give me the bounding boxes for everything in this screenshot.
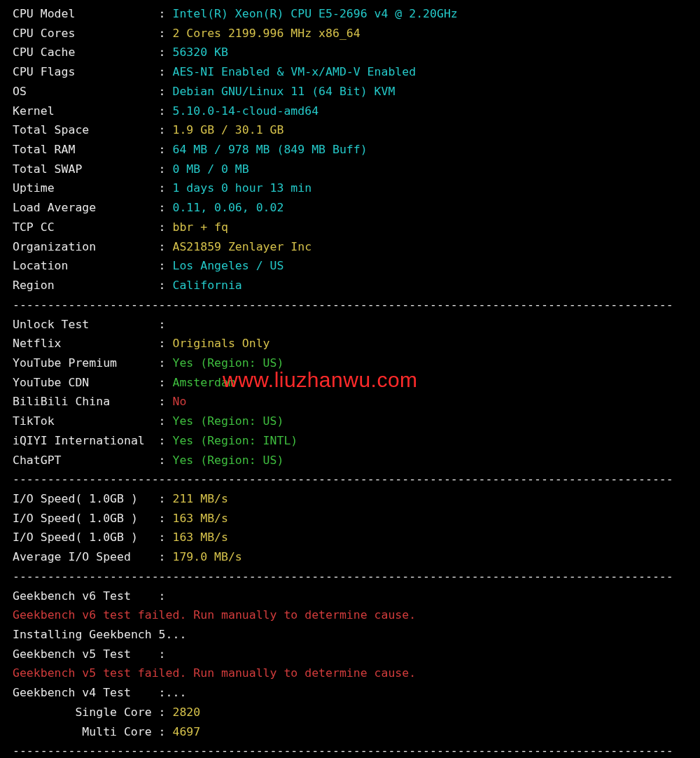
unlock-value: Yes (Region: US) [172, 356, 284, 370]
unlock-label: YouTube CDN [13, 373, 159, 393]
separator: : [159, 198, 173, 218]
sysinfo-value: AES-NI Enabled & VM-x/AMD-V Enabled [172, 65, 416, 78]
iospeed-value: 211 MB/s [172, 492, 227, 505]
iospeed-value: 163 MB/s [172, 531, 227, 544]
sysinfo-value: 0.11, 0.06, 0.02 [172, 201, 284, 214]
separator: : [159, 256, 173, 276]
separator: : [159, 451, 173, 470]
sysinfo-label: Uptime [13, 178, 159, 198]
iospeed-label: I/O Speed( 1.0GB ) [13, 509, 159, 528]
separator: : [159, 178, 173, 198]
geekbench-label: Single Core [13, 703, 159, 722]
iospeed-label: I/O Speed( 1.0GB ) [13, 489, 159, 509]
geekbench-row: Installing Geekbench 5... [13, 625, 700, 645]
unlock-row: BiliBili China: No [13, 392, 700, 412]
iospeed-row: I/O Speed( 1.0GB ): 163 MB/s [13, 528, 700, 547]
sysinfo-row: Kernel: 5.10.0-14-cloud-amd64 [13, 101, 700, 121]
unlock-value: Yes (Region: US) [172, 414, 284, 428]
geekbench-row: Geekbench v4 Test:... [13, 683, 700, 703]
separator: : [159, 509, 173, 528]
unlock-row: YouTube Premium: Yes (Region: US) [13, 353, 700, 373]
divider: ----------------------------------------… [13, 567, 700, 587]
geekbench-message: Installing Geekbench 5... [13, 628, 186, 641]
unlock-row: ChatGPT: Yes (Region: US) [13, 451, 700, 470]
unlock-test-label: Unlock Test [13, 315, 159, 335]
separator: : [159, 547, 173, 567]
sysinfo-value: Los Angeles / US [172, 259, 284, 272]
sysinfo-row: CPU Flags: AES-NI Enabled & VM-x/AMD-V E… [13, 62, 700, 82]
iospeed-label: I/O Speed( 1.0GB ) [13, 528, 159, 547]
separator: : [159, 4, 173, 24]
sysinfo-row: Total Space: 1.9 GB / 30.1 GB [13, 120, 700, 140]
geekbench-label: Geekbench v5 Test [13, 645, 159, 664]
iospeed-label: Average I/O Speed [13, 547, 159, 567]
separator: : [159, 101, 173, 121]
separator: : [159, 587, 173, 606]
sysinfo-label: Total SWAP [13, 160, 159, 179]
sysinfo-value: bbr + fq [172, 220, 227, 234]
geekbench-row: Geekbench v6 test failed. Run manually t… [13, 605, 700, 625]
sysinfo-value: 1.9 GB / 30.1 GB [172, 123, 284, 136]
geekbench-row: Geekbench v5 test failed. Run manually t… [13, 664, 700, 683]
sysinfo-value: Intel(R) Xeon(R) CPU E5-2696 v4 @ 2.20GH… [172, 7, 457, 20]
sysinfo-value: 64 MB / 978 MB (849 MB Buff) [172, 143, 367, 156]
geekbench-message: Geekbench v5 test failed. Run manually t… [13, 666, 416, 680]
separator: : [159, 237, 173, 257]
unlock-test-header: Unlock Test: [13, 315, 700, 335]
divider: ----------------------------------------… [13, 741, 700, 758]
separator: : [159, 353, 173, 373]
sysinfo-label: TCP CC [13, 218, 159, 237]
separator: : [159, 334, 173, 353]
sysinfo-label: CPU Cache [13, 43, 159, 62]
unlock-row: iQIYI International: Yes (Region: INTL) [13, 431, 700, 451]
separator: : [159, 140, 173, 160]
separator: : [159, 82, 173, 101]
sysinfo-label: CPU Model [13, 4, 159, 24]
sysinfo-label: Load Average [13, 198, 159, 218]
geekbench-value: 4697 [172, 725, 200, 738]
geekbench-row: Multi Core: 4697 [13, 722, 700, 742]
geekbench-label: Geekbench v6 Test [13, 587, 159, 606]
unlock-value: No [172, 395, 186, 408]
sysinfo-row: Organization: AS21859 Zenlayer Inc [13, 237, 700, 257]
unlock-label: TikTok [13, 412, 159, 431]
sysinfo-value: 2 Cores 2199.996 MHz x86_64 [172, 27, 360, 40]
iospeed-value: 163 MB/s [172, 512, 227, 525]
sysinfo-label: CPU Flags [13, 62, 159, 82]
separator: : [159, 120, 173, 140]
sysinfo-label: Total Space [13, 120, 159, 140]
sysinfo-row: TCP CC: bbr + fq [13, 218, 700, 237]
sysinfo-row: Total SWAP: 0 MB / 0 MB [13, 160, 700, 179]
geekbench-label: Geekbench v4 Test [13, 683, 159, 703]
sysinfo-row: Load Average: 0.11, 0.06, 0.02 [13, 198, 700, 218]
separator: : [159, 24, 173, 43]
iospeed-row: I/O Speed( 1.0GB ): 211 MB/s [13, 489, 700, 509]
unlock-value: Amsterdam [172, 376, 234, 389]
separator: : [159, 412, 173, 431]
separator: : [159, 392, 173, 412]
geekbench-row: Geekbench v6 Test: [13, 587, 700, 606]
terminal-output: CPU Model: Intel(R) Xeon(R) CPU E5-2696 … [0, 0, 700, 758]
sysinfo-value: 1 days 0 hour 13 min [172, 181, 312, 195]
sysinfo-label: Region [13, 276, 159, 295]
separator: : [159, 315, 173, 335]
sysinfo-row: OS: Debian GNU/Linux 11 (64 Bit) KVM [13, 82, 700, 101]
sysinfo-row: CPU Cache: 56320 KB [13, 43, 700, 62]
geekbench-value: 2820 [172, 706, 200, 719]
separator: : [159, 160, 173, 179]
sysinfo-label: Total RAM [13, 140, 159, 160]
geekbench-row: Geekbench v5 Test: [13, 645, 700, 664]
iospeed-value: 179.0 MB/s [172, 550, 241, 563]
unlock-row: Netflix: Originals Only [13, 334, 700, 353]
separator: : [159, 43, 173, 62]
separator: : [159, 489, 173, 509]
geekbench-message: Geekbench v6 test failed. Run manually t… [13, 608, 416, 622]
unlock-label: Netflix [13, 334, 159, 353]
unlock-label: iQIYI International [13, 431, 159, 451]
unlock-value: Yes (Region: INTL) [172, 434, 298, 447]
unlock-row: YouTube CDN: Amsterdam [13, 373, 700, 393]
sysinfo-row: Uptime: 1 days 0 hour 13 min [13, 178, 700, 198]
unlock-value: Yes (Region: US) [172, 454, 284, 467]
unlock-label: YouTube Premium [13, 353, 159, 373]
divider: ----------------------------------------… [13, 295, 700, 315]
